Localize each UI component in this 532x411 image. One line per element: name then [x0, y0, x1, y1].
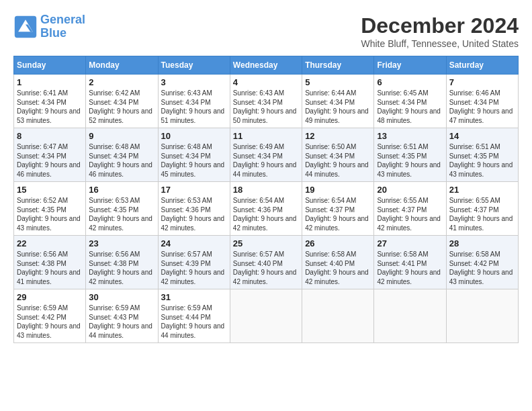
day-info: Sunrise: 6:59 AM Sunset: 4:42 PM Dayligh… — [17, 304, 83, 340]
day-number: 31 — [161, 292, 227, 302]
day-info: Sunrise: 6:49 AM Sunset: 4:34 PM Dayligh… — [233, 142, 299, 179]
calendar-week-2: 8 Sunrise: 6:47 AM Sunset: 4:34 PM Dayli… — [14, 128, 519, 182]
weekday-header-saturday: Saturday — [446, 56, 518, 75]
month-title: December 2024 — [361, 13, 519, 38]
logo-text: General Blue — [40, 13, 85, 40]
day-info: Sunrise: 6:53 AM Sunset: 4:36 PM Dayligh… — [161, 196, 227, 232]
day-info: Sunrise: 6:58 AM Sunset: 4:41 PM Dayligh… — [377, 250, 443, 286]
calendar-cell: 2 Sunrise: 6:42 AM Sunset: 4:34 PM Dayli… — [86, 75, 158, 128]
calendar-cell: 5 Sunrise: 6:44 AM Sunset: 4:34 PM Dayli… — [302, 75, 374, 128]
calendar-cell: 12 Sunrise: 6:50 AM Sunset: 4:34 PM Dayl… — [302, 128, 374, 182]
day-info: Sunrise: 6:45 AM Sunset: 4:34 PM Dayligh… — [377, 89, 443, 125]
day-info: Sunrise: 6:55 AM Sunset: 4:37 PM Dayligh… — [377, 196, 443, 232]
day-info: Sunrise: 6:52 AM Sunset: 4:35 PM Dayligh… — [17, 196, 83, 232]
page-header: General Blue December 2024 White Bluff, … — [13, 13, 519, 49]
day-number: 25 — [233, 238, 299, 248]
calendar-cell: 15 Sunrise: 6:52 AM Sunset: 4:35 PM Dayl… — [14, 182, 86, 236]
day-info: Sunrise: 6:44 AM Sunset: 4:34 PM Dayligh… — [305, 89, 371, 125]
calendar-cell: 29 Sunrise: 6:59 AM Sunset: 4:42 PM Dayl… — [14, 289, 86, 343]
day-number: 30 — [89, 292, 154, 302]
day-number: 11 — [233, 131, 299, 141]
day-info: Sunrise: 6:51 AM Sunset: 4:35 PM Dayligh… — [377, 142, 443, 179]
day-number: 15 — [17, 185, 83, 195]
day-number: 4 — [233, 77, 299, 87]
weekday-header-sunday: Sunday — [14, 56, 86, 75]
calendar-cell: 13 Sunrise: 6:51 AM Sunset: 4:35 PM Dayl… — [374, 128, 446, 182]
calendar-cell — [374, 289, 446, 343]
calendar-cell: 3 Sunrise: 6:43 AM Sunset: 4:34 PM Dayli… — [158, 75, 230, 128]
calendar-week-5: 29 Sunrise: 6:59 AM Sunset: 4:42 PM Dayl… — [14, 289, 519, 343]
day-info: Sunrise: 6:48 AM Sunset: 4:34 PM Dayligh… — [161, 142, 227, 179]
calendar-cell: 10 Sunrise: 6:48 AM Sunset: 4:34 PM Dayl… — [158, 128, 230, 182]
day-number: 29 — [17, 292, 83, 302]
day-number: 10 — [161, 131, 227, 141]
day-number: 26 — [305, 238, 371, 248]
logo: General Blue — [13, 13, 85, 40]
day-info: Sunrise: 6:54 AM Sunset: 4:36 PM Dayligh… — [233, 196, 299, 232]
calendar-cell: 25 Sunrise: 6:57 AM Sunset: 4:40 PM Dayl… — [230, 236, 302, 289]
calendar-cell: 19 Sunrise: 6:54 AM Sunset: 4:37 PM Dayl… — [302, 182, 374, 236]
day-info: Sunrise: 6:48 AM Sunset: 4:34 PM Dayligh… — [89, 142, 154, 179]
weekday-header-wednesday: Wednesday — [230, 56, 302, 75]
day-number: 13 — [377, 131, 443, 141]
day-info: Sunrise: 6:53 AM Sunset: 4:35 PM Dayligh… — [89, 196, 154, 232]
calendar-cell: 16 Sunrise: 6:53 AM Sunset: 4:35 PM Dayl… — [86, 182, 158, 236]
day-number: 9 — [89, 131, 154, 141]
calendar-cell: 14 Sunrise: 6:51 AM Sunset: 4:35 PM Dayl… — [446, 128, 518, 182]
day-info: Sunrise: 6:54 AM Sunset: 4:37 PM Dayligh… — [305, 196, 371, 232]
day-info: Sunrise: 6:43 AM Sunset: 4:34 PM Dayligh… — [233, 89, 299, 125]
day-info: Sunrise: 6:47 AM Sunset: 4:34 PM Dayligh… — [17, 142, 83, 179]
day-info: Sunrise: 6:56 AM Sunset: 4:38 PM Dayligh… — [17, 250, 83, 286]
calendar-week-4: 22 Sunrise: 6:56 AM Sunset: 4:38 PM Dayl… — [14, 236, 519, 289]
day-number: 21 — [449, 185, 515, 195]
day-number: 20 — [377, 185, 443, 195]
location: White Bluff, Tennessee, United States — [361, 38, 519, 49]
calendar-cell: 9 Sunrise: 6:48 AM Sunset: 4:34 PM Dayli… — [86, 128, 158, 182]
calendar-cell — [230, 289, 302, 343]
day-info: Sunrise: 6:55 AM Sunset: 4:37 PM Dayligh… — [449, 196, 515, 232]
weekday-header-friday: Friday — [374, 56, 446, 75]
calendar-week-3: 15 Sunrise: 6:52 AM Sunset: 4:35 PM Dayl… — [14, 182, 519, 236]
calendar-table: SundayMondayTuesdayWednesdayThursdayFrid… — [13, 56, 519, 343]
calendar-cell: 24 Sunrise: 6:57 AM Sunset: 4:39 PM Dayl… — [158, 236, 230, 289]
day-number: 23 — [89, 238, 154, 248]
calendar-cell: 31 Sunrise: 6:59 AM Sunset: 4:44 PM Dayl… — [158, 289, 230, 343]
calendar-cell: 1 Sunrise: 6:41 AM Sunset: 4:34 PM Dayli… — [14, 75, 86, 128]
calendar-week-1: 1 Sunrise: 6:41 AM Sunset: 4:34 PM Dayli… — [14, 75, 519, 128]
calendar-cell: 30 Sunrise: 6:59 AM Sunset: 4:43 PM Dayl… — [86, 289, 158, 343]
day-number: 27 — [377, 238, 443, 248]
weekday-header-row: SundayMondayTuesdayWednesdayThursdayFrid… — [14, 56, 519, 75]
day-info: Sunrise: 6:58 AM Sunset: 4:42 PM Dayligh… — [449, 250, 515, 286]
day-number: 6 — [377, 77, 443, 87]
day-number: 18 — [233, 185, 299, 195]
calendar-cell: 21 Sunrise: 6:55 AM Sunset: 4:37 PM Dayl… — [446, 182, 518, 236]
weekday-header-monday: Monday — [86, 56, 158, 75]
day-number: 7 — [449, 77, 515, 87]
calendar-cell: 6 Sunrise: 6:45 AM Sunset: 4:34 PM Dayli… — [374, 75, 446, 128]
calendar-cell: 28 Sunrise: 6:58 AM Sunset: 4:42 PM Dayl… — [446, 236, 518, 289]
day-info: Sunrise: 6:46 AM Sunset: 4:34 PM Dayligh… — [449, 89, 515, 125]
weekday-header-thursday: Thursday — [302, 56, 374, 75]
calendar-cell: 20 Sunrise: 6:55 AM Sunset: 4:37 PM Dayl… — [374, 182, 446, 236]
logo-icon — [13, 15, 38, 39]
day-number: 17 — [161, 185, 227, 195]
calendar-cell: 26 Sunrise: 6:58 AM Sunset: 4:40 PM Dayl… — [302, 236, 374, 289]
day-info: Sunrise: 6:58 AM Sunset: 4:40 PM Dayligh… — [305, 250, 371, 286]
day-number: 22 — [17, 238, 83, 248]
calendar-cell: 23 Sunrise: 6:56 AM Sunset: 4:38 PM Dayl… — [86, 236, 158, 289]
day-number: 5 — [305, 77, 371, 87]
day-info: Sunrise: 6:43 AM Sunset: 4:34 PM Dayligh… — [161, 89, 227, 125]
weekday-header-tuesday: Tuesday — [158, 56, 230, 75]
calendar-cell: 22 Sunrise: 6:56 AM Sunset: 4:38 PM Dayl… — [14, 236, 86, 289]
calendar-cell — [446, 289, 518, 343]
day-number: 3 — [161, 77, 227, 87]
day-info: Sunrise: 6:57 AM Sunset: 4:40 PM Dayligh… — [233, 250, 299, 286]
calendar-cell: 17 Sunrise: 6:53 AM Sunset: 4:36 PM Dayl… — [158, 182, 230, 236]
calendar-cell — [302, 289, 374, 343]
title-block: December 2024 White Bluff, Tennessee, Un… — [361, 13, 519, 49]
calendar-cell: 4 Sunrise: 6:43 AM Sunset: 4:34 PM Dayli… — [230, 75, 302, 128]
calendar-cell: 7 Sunrise: 6:46 AM Sunset: 4:34 PM Dayli… — [446, 75, 518, 128]
calendar-cell: 27 Sunrise: 6:58 AM Sunset: 4:41 PM Dayl… — [374, 236, 446, 289]
day-info: Sunrise: 6:59 AM Sunset: 4:44 PM Dayligh… — [161, 304, 227, 340]
day-number: 28 — [449, 238, 515, 248]
